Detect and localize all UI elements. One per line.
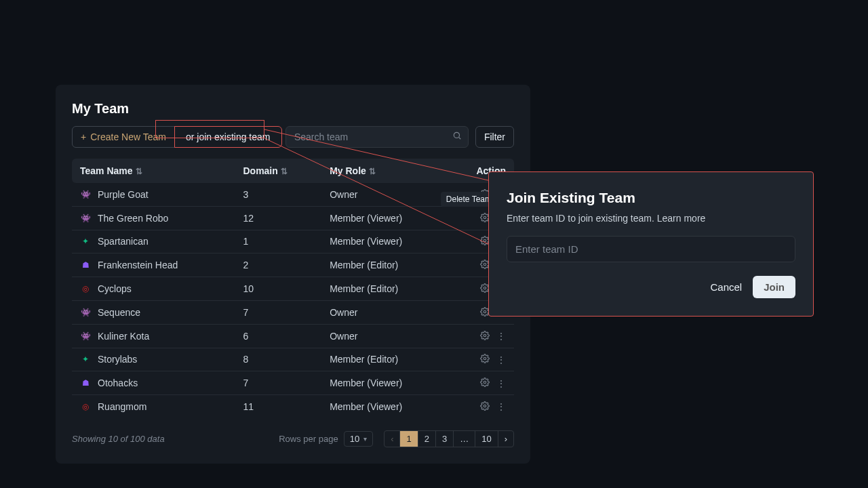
team-name: Purple Goat bbox=[98, 189, 149, 200]
chevron-down-icon: ▾ bbox=[363, 435, 367, 443]
modal-actions: Cancel Join bbox=[507, 276, 795, 298]
sort-icon: ⇅ bbox=[136, 167, 142, 176]
gear-icon[interactable] bbox=[480, 354, 490, 365]
kebab-icon[interactable]: ⋮ bbox=[496, 331, 506, 342]
team-domain: 10 bbox=[235, 277, 321, 301]
team-role: Member (Viewer) bbox=[321, 206, 448, 230]
svg-point-3 bbox=[484, 216, 486, 219]
page-next[interactable]: › bbox=[498, 431, 513, 447]
create-team-button[interactable]: + Create New Team bbox=[72, 126, 175, 148]
team-icon: ◎ bbox=[80, 283, 91, 294]
plus-icon: + bbox=[81, 131, 86, 142]
team-domain: 12 bbox=[235, 206, 321, 230]
search-input[interactable] bbox=[285, 126, 469, 148]
col-role[interactable]: My Role⇅ bbox=[321, 159, 448, 183]
page-button[interactable]: 10 bbox=[475, 431, 498, 447]
table-row[interactable]: ☗Otohacks7Member (Viewer)⋮ bbox=[72, 371, 514, 395]
team-name: Kuliner Kota bbox=[98, 331, 149, 342]
team-role: Member (Editor) bbox=[321, 348, 448, 371]
sort-icon: ⇅ bbox=[281, 167, 288, 176]
team-domain: 11 bbox=[235, 395, 321, 418]
team-icon: 👾 bbox=[80, 307, 91, 318]
team-domain: 7 bbox=[235, 300, 321, 324]
team-icon: ☗ bbox=[80, 378, 91, 388]
table-row[interactable]: ◎Ruangmom11Member (Viewer)⋮ bbox=[72, 395, 514, 418]
svg-point-6 bbox=[484, 287, 486, 289]
table-footer: Showing 10 of 100 data Rows per page 10 … bbox=[72, 430, 514, 447]
table-row[interactable]: 👾The Green Robo12Member (Viewer)⋮ bbox=[72, 206, 514, 230]
table-row[interactable]: ✦Spartanican1Member (Viewer)⋮ bbox=[72, 230, 514, 253]
col-name[interactable]: Team Name⇅ bbox=[72, 159, 235, 183]
pagination: ‹123…10› bbox=[384, 430, 514, 447]
team-role: Owner bbox=[321, 300, 448, 324]
kebab-icon[interactable]: ⋮ bbox=[496, 378, 506, 389]
cancel-button[interactable]: Cancel bbox=[710, 281, 742, 293]
filter-button[interactable]: Filter bbox=[475, 126, 514, 148]
table-row[interactable]: 👾Kuliner Kota6Owner⋮ bbox=[72, 324, 514, 348]
page-button[interactable]: 2 bbox=[418, 431, 436, 447]
team-icon: ◎ bbox=[80, 401, 91, 412]
page-button[interactable]: 3 bbox=[436, 431, 454, 447]
sort-icon: ⇅ bbox=[369, 167, 376, 176]
team-role: Owner bbox=[321, 324, 448, 348]
svg-point-7 bbox=[484, 310, 486, 313]
team-role: Member (Editor) bbox=[321, 277, 448, 301]
svg-point-8 bbox=[484, 334, 486, 337]
table-row[interactable]: ☗Frankenstein Head2Member (Editor)⋮ bbox=[72, 253, 514, 277]
team-domain: 2 bbox=[235, 253, 321, 277]
search-icon bbox=[452, 131, 462, 143]
team-name: Frankenstein Head bbox=[98, 260, 178, 270]
team-role: Member (Viewer) bbox=[321, 230, 448, 253]
team-icon: 👾 bbox=[80, 189, 91, 200]
join-button[interactable]: Join bbox=[753, 276, 795, 298]
team-id-input[interactable] bbox=[507, 236, 795, 262]
svg-point-11 bbox=[484, 405, 486, 407]
gear-icon[interactable] bbox=[480, 378, 490, 389]
page-button: … bbox=[454, 431, 475, 447]
join-team-modal: Join Existing Team Enter team ID to join… bbox=[488, 171, 814, 317]
page-prev[interactable]: ‹ bbox=[384, 431, 400, 447]
table-row[interactable]: ✦Storylabs8Member (Editor)⋮ bbox=[72, 348, 514, 371]
toolbar: + Create New Team or join existing team … bbox=[72, 126, 514, 148]
page-button[interactable]: 1 bbox=[400, 431, 418, 447]
team-name: Cyclops bbox=[98, 283, 132, 294]
search-wrap bbox=[285, 126, 469, 148]
showing-info: Showing 10 of 100 data bbox=[72, 434, 165, 444]
team-name: Otohacks bbox=[98, 378, 138, 388]
team-name: Spartanican bbox=[98, 236, 149, 247]
rows-per-page-select[interactable]: 10 ▾ bbox=[344, 431, 373, 447]
team-name: Ruangmom bbox=[98, 401, 146, 412]
team-icon: ✦ bbox=[80, 354, 91, 365]
rows-per-page-label: Rows per page bbox=[279, 434, 338, 444]
kebab-icon[interactable]: ⋮ bbox=[496, 401, 506, 412]
filter-label: Filter bbox=[484, 131, 505, 142]
svg-point-10 bbox=[484, 381, 486, 384]
team-name: Storylabs bbox=[98, 354, 137, 365]
team-domain: 3 bbox=[235, 183, 321, 206]
team-name: The Green Robo bbox=[98, 213, 168, 224]
page-title: My Team bbox=[72, 101, 514, 117]
table-row[interactable]: 👾Sequence7Owner⋮ bbox=[72, 300, 514, 324]
team-role: Member (Viewer) bbox=[321, 395, 448, 418]
col-domain[interactable]: Domain⇅ bbox=[235, 159, 321, 183]
table-row[interactable]: ◎Cyclops10Member (Editor)⋮ bbox=[72, 277, 514, 301]
team-icon: 👾 bbox=[80, 331, 91, 342]
team-domain: 8 bbox=[235, 348, 321, 371]
rows-value: 10 bbox=[350, 434, 359, 444]
modal-description: Enter team ID to join existing team. Lea… bbox=[507, 213, 795, 224]
teams-panel: My Team + Create New Team or join existi… bbox=[56, 85, 530, 464]
team-role: Owner bbox=[321, 183, 448, 206]
team-icon: 👾 bbox=[80, 213, 91, 224]
gear-icon[interactable] bbox=[480, 401, 490, 413]
team-role: Member (Viewer) bbox=[321, 371, 448, 395]
kebab-icon[interactable]: ⋮ bbox=[496, 354, 506, 365]
join-team-link[interactable]: or join existing team bbox=[174, 126, 282, 148]
team-icon: ☗ bbox=[80, 260, 91, 270]
gear-icon[interactable] bbox=[480, 331, 490, 342]
svg-point-4 bbox=[484, 240, 486, 243]
svg-line-1 bbox=[459, 138, 461, 140]
team-role: Member (Editor) bbox=[321, 253, 448, 277]
team-domain: 6 bbox=[235, 324, 321, 348]
team-icon: ✦ bbox=[80, 236, 91, 247]
team-domain: 7 bbox=[235, 371, 321, 395]
